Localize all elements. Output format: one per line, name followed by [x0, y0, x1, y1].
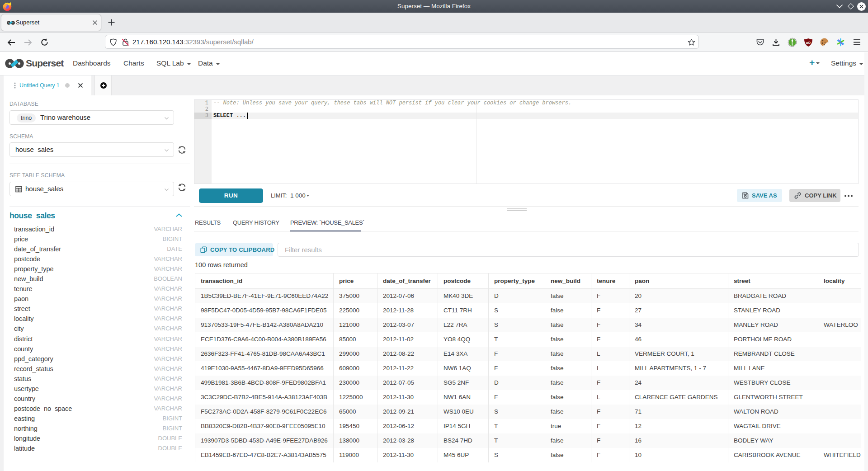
svg-text:uO: uO — [806, 41, 811, 45]
